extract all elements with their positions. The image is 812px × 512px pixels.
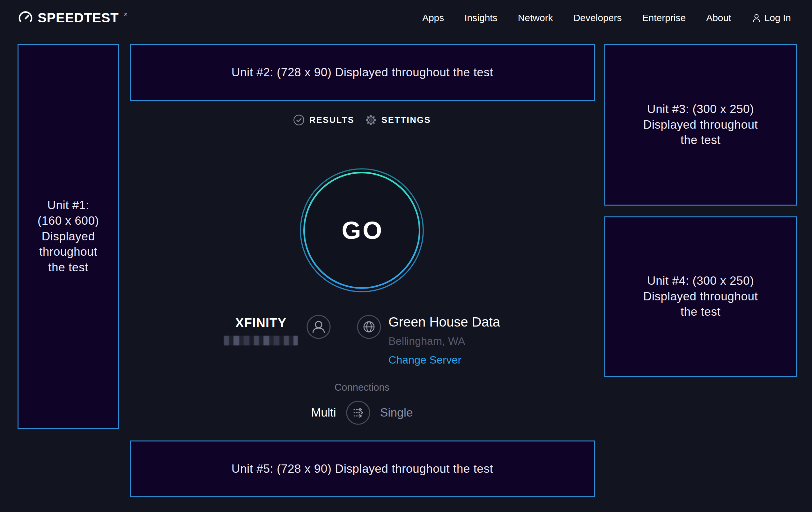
nav-item-developers[interactable]: Developers	[574, 12, 622, 23]
ad-unit-2[interactable]: Unit #2: (728 x 90) Displayed throughout…	[130, 44, 595, 101]
tab-results-label: RESULTS	[309, 115, 355, 125]
ad-unit-3-text: Unit #3: (300 x 250) Displayed throughou…	[643, 102, 758, 148]
globe-icon	[356, 315, 381, 339]
speedtest-logo[interactable]: SPEEDTEST ®	[18, 10, 127, 26]
connections-toggle-icon[interactable]	[346, 400, 371, 425]
gear-icon	[365, 114, 377, 126]
ad-unit-4-text: Unit #4: (300 x 250) Displayed throughou…	[643, 273, 758, 320]
main-nav: Apps Insights Network Developers Enterpr…	[422, 12, 791, 23]
check-circle-icon	[293, 114, 304, 126]
nav-item-network[interactable]: Network	[518, 12, 553, 23]
login-label: Log In	[764, 12, 791, 23]
logo-text: SPEEDTEST	[38, 10, 119, 26]
nav-item-about[interactable]: About	[706, 12, 731, 23]
server-name: Green House Data	[388, 315, 500, 330]
server-location: Bellingham, WA	[388, 335, 500, 347]
speedtest-gauge-icon	[18, 10, 33, 26]
connections-single-option[interactable]: Single	[380, 406, 413, 420]
top-nav-bar: SPEEDTEST ® Apps Insights Network Develo…	[0, 0, 812, 36]
login-link[interactable]: Log In	[752, 12, 791, 23]
nav-item-apps[interactable]: Apps	[422, 12, 444, 23]
logo-trademark: ®	[124, 12, 127, 17]
ad-unit-2-text: Unit #2: (728 x 90) Displayed throughout…	[232, 65, 493, 80]
go-label: GO	[299, 168, 425, 293]
ad-unit-3[interactable]: Unit #3: (300 x 250) Displayed throughou…	[604, 44, 797, 206]
connections-section: Connections Multi Single	[120, 382, 604, 425]
ad-unit-4[interactable]: Unit #4: (300 x 250) Displayed throughou…	[604, 216, 797, 377]
ad-unit-1[interactable]: Unit #1: (160 x 600) Displayed throughou…	[18, 44, 119, 429]
redacted-ip-address	[224, 336, 298, 345]
connections-label: Connections	[335, 382, 389, 393]
view-tabs: RESULTS SETTINGS	[120, 114, 604, 126]
user-icon	[752, 13, 761, 23]
connections-toggle-row: Multi Single	[311, 400, 413, 425]
go-button[interactable]: GO	[299, 168, 425, 293]
ad-unit-1-text: Unit #1: (160 x 600) Displayed throughou…	[38, 197, 99, 275]
change-server-link[interactable]: Change Server	[388, 354, 500, 366]
nav-item-enterprise[interactable]: Enterprise	[642, 12, 686, 23]
connection-info-row: XFINITY Green Hous	[120, 315, 604, 366]
ad-unit-5-text: Unit #5: (728 x 90) Displayed throughout…	[232, 461, 493, 477]
ad-unit-5[interactable]: Unit #5: (728 x 90) Displayed throughout…	[130, 440, 595, 497]
avatar-icon	[306, 315, 331, 339]
isp-name: XFINITY	[235, 316, 286, 330]
tab-settings[interactable]: SETTINGS	[365, 114, 431, 126]
connections-multi-option[interactable]: Multi	[311, 406, 336, 420]
isp-block: XFINITY	[224, 315, 331, 345]
tab-results[interactable]: RESULTS	[293, 114, 355, 126]
server-block: Green House Data Bellingham, WA Change S…	[356, 315, 500, 366]
speedtest-page: SPEEDTEST ® Apps Insights Network Develo…	[0, 0, 812, 512]
nav-item-insights[interactable]: Insights	[464, 12, 497, 23]
tab-settings-label: SETTINGS	[381, 115, 431, 125]
